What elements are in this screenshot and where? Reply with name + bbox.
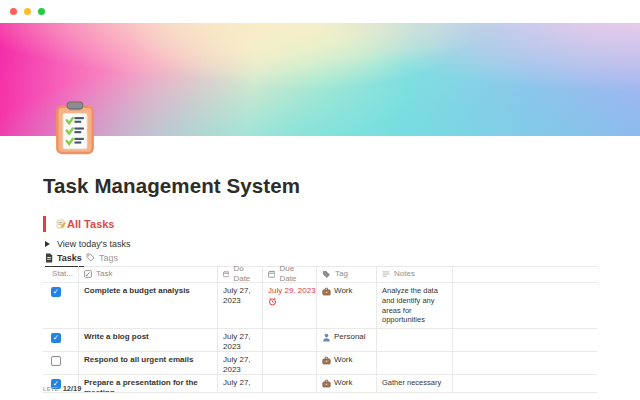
do-date-cell[interactable]: July 27, 2023 (218, 329, 263, 351)
table-header-row: Stat... Task Do Date (43, 266, 597, 283)
task-cell[interactable]: Complete a budget analysis (79, 283, 218, 328)
tag-icon (86, 253, 95, 262)
notes-cell[interactable] (377, 329, 453, 351)
row-filler (453, 375, 597, 392)
tag-cell[interactable]: Work (317, 283, 377, 328)
table-row: Complete a budget analysis July 27, 2023… (43, 283, 597, 329)
toggle-label: View today's tasks (57, 239, 131, 249)
status-cell (43, 283, 79, 328)
pencil-square-icon (84, 270, 92, 278)
task-checkbox[interactable] (51, 287, 61, 297)
tab-tasks[interactable]: Tasks (45, 250, 84, 267)
briefcase-icon (322, 356, 331, 365)
due-date-cell[interactable] (263, 329, 317, 351)
memo-icon (56, 219, 66, 229)
calendar-icon (268, 270, 275, 278)
do-date-cell[interactable]: July 27, (218, 375, 263, 392)
tag-label: Work (334, 378, 353, 388)
due-date-cell[interactable] (263, 375, 317, 392)
table-footer-aggregate[interactable]: LETE 12/19 (43, 384, 81, 393)
page-cover-image (0, 23, 640, 136)
toggle-triangle-icon (45, 241, 50, 247)
task-checkbox[interactable] (51, 356, 61, 366)
text-lines-icon (382, 270, 390, 278)
row-filler (453, 283, 597, 328)
tag-label: Work (334, 286, 353, 296)
notes-cell[interactable] (377, 352, 453, 374)
page-title[interactable]: Task Management System (43, 174, 300, 198)
tag-label: Work (334, 355, 353, 365)
callout-label: All Tasks (67, 218, 115, 230)
task-cell[interactable]: Write a blog post (79, 329, 218, 351)
tag-cell[interactable]: Work (317, 375, 377, 392)
tag-label: Personal (334, 332, 366, 342)
do-date-cell[interactable]: July 27, 2023 (218, 283, 263, 328)
tag-cell[interactable]: Personal (317, 329, 377, 351)
row-filler (453, 352, 597, 374)
due-date-cell[interactable] (263, 352, 317, 374)
table-row: Write a blog post July 27, 2023 Personal (43, 329, 597, 352)
column-header-due-date[interactable]: Due Date (263, 266, 317, 282)
table-header-filler (453, 266, 597, 282)
aggregate-value: 12/19 (63, 384, 82, 393)
tab-tasks-label: Tasks (57, 253, 82, 263)
page-icon (45, 253, 53, 263)
close-window-button[interactable] (10, 8, 17, 15)
column-header-task[interactable]: Task (79, 266, 218, 282)
callout-red-bar (43, 216, 46, 232)
view-tabs: Tasks Tags (43, 250, 597, 267)
notes-cell[interactable]: Gather necessary (377, 375, 453, 392)
calendar-icon (223, 270, 229, 278)
window-titlebar (0, 0, 640, 23)
all-tasks-callout[interactable]: All Tasks (43, 216, 115, 232)
column-header-notes[interactable]: Notes (377, 266, 453, 282)
table-row: Respond to all urgent emails July 27, 20… (43, 352, 597, 375)
due-date-cell[interactable]: July 29, 2023 (263, 283, 317, 328)
tab-tags-label: Tags (99, 253, 118, 263)
task-checkbox[interactable] (51, 333, 61, 343)
column-header-do-date[interactable]: Do Date (218, 266, 263, 282)
do-date-cell[interactable]: July 27, 2023 (218, 352, 263, 374)
tag-icon (322, 270, 331, 279)
status-cell (43, 352, 79, 374)
table-row: Prepare a presentation for the meeting J… (43, 375, 597, 393)
column-header-status[interactable]: Stat... (43, 266, 79, 282)
tab-tags[interactable]: Tags (86, 250, 118, 265)
briefcase-icon (322, 379, 331, 388)
minimize-window-button[interactable] (24, 8, 31, 15)
person-icon (322, 333, 331, 342)
alarm-clock-icon (268, 297, 277, 306)
clipboard-icon[interactable] (54, 101, 96, 155)
task-cell[interactable]: Respond to all urgent emails (79, 352, 218, 374)
briefcase-icon (322, 287, 331, 296)
notes-cell[interactable]: Analyze the data and identify any areas … (377, 283, 453, 328)
column-header-tag[interactable]: Tag (317, 266, 377, 282)
tag-cell[interactable]: Work (317, 352, 377, 374)
tasks-table: Stat... Task Do Date (43, 266, 597, 393)
row-filler (453, 329, 597, 351)
status-cell (43, 329, 79, 351)
task-cell[interactable]: Prepare a presentation for the meeting (79, 375, 218, 392)
zoom-window-button[interactable] (38, 8, 45, 15)
view-todays-tasks-toggle[interactable]: View today's tasks (45, 239, 131, 249)
overdue-date: July 29, 2023 (268, 286, 316, 295)
aggregate-label: LETE (43, 386, 59, 392)
